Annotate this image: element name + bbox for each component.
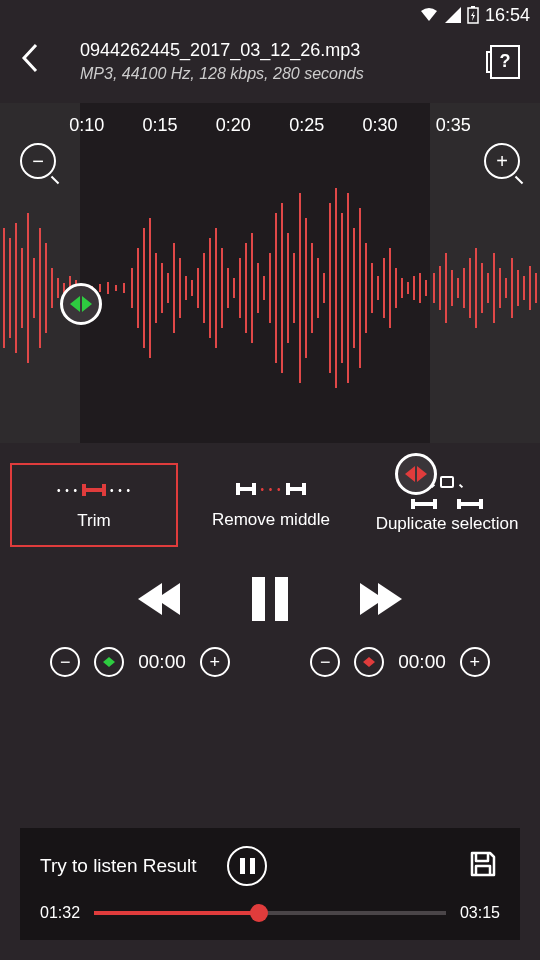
current-time: 01:32 [40,904,80,922]
svg-rect-1 [471,6,475,8]
end-plus-button[interactable]: + [460,647,490,677]
remove-middle-label: Remove middle [212,510,330,530]
start-minus-button[interactable]: − [50,647,80,677]
save-button[interactable] [468,849,500,883]
ruler-tick: 0:15 [142,115,177,136]
wifi-icon [419,7,439,23]
status-bar: 16:54 [0,0,540,30]
duplicate-button[interactable]: Duplicate selection [364,463,530,547]
forward-button[interactable] [360,583,396,615]
ruler-tick: 0:20 [216,115,251,136]
trim-label: Trim [77,511,110,531]
end-marker-button[interactable] [354,647,384,677]
ruler-tick: 0:10 [69,115,104,136]
file-meta: MP3, 44100 Hz, 128 kbps, 280 seconds [80,65,490,83]
result-panel: Try to listen Result 01:32 03:15 [20,828,520,940]
playback-controls [0,567,540,647]
result-pause-button[interactable] [227,846,267,886]
ruler-tick: 0:35 [436,115,471,136]
total-time: 03:15 [460,904,500,922]
remove-middle-icon: • • • [236,476,305,502]
clock: 16:54 [485,5,530,26]
edit-toolbar: Trim • • • Remove middle Duplicate selec… [0,443,540,567]
start-time-value: 00:00 [138,651,186,673]
start-plus-button[interactable]: + [200,647,230,677]
battery-icon [467,6,479,24]
start-marker-button[interactable] [94,647,124,677]
help-button[interactable]: ? [490,45,520,79]
time-controls: − 00:00 + − 00:00 + [0,647,540,677]
selection-start-handle[interactable] [60,283,102,325]
ruler-tick: 0:30 [362,115,397,136]
end-time-group: − 00:00 + [290,647,510,677]
result-label: Try to listen Result [40,855,213,877]
rewind-button[interactable] [144,583,180,615]
progress-row: 01:32 03:15 [40,904,500,922]
end-minus-button[interactable]: − [310,647,340,677]
progress-bar[interactable] [94,911,446,915]
signal-icon [445,7,461,23]
file-name: 0944262445_2017_03_12_26.mp3 [80,40,490,61]
pause-button[interactable] [252,577,288,621]
waveform-area[interactable]: 0:10 0:15 0:20 0:25 0:30 0:35 − + [0,103,540,443]
back-button[interactable] [20,43,60,80]
duplicate-label: Duplicate selection [376,514,519,534]
trim-icon [57,477,131,503]
header: 0944262445_2017_03_12_26.mp3 MP3, 44100 … [0,30,540,103]
duplicate-icon [407,476,487,506]
trim-button[interactable]: Trim [10,463,178,547]
start-time-group: − 00:00 + [30,647,250,677]
ruler-tick: 0:25 [289,115,324,136]
end-time-value: 00:00 [398,651,446,673]
remove-middle-button[interactable]: • • • Remove middle [188,463,354,547]
file-info: 0944262445_2017_03_12_26.mp3 MP3, 44100 … [60,40,490,83]
time-ruler: 0:10 0:15 0:20 0:25 0:30 0:35 [0,115,540,136]
